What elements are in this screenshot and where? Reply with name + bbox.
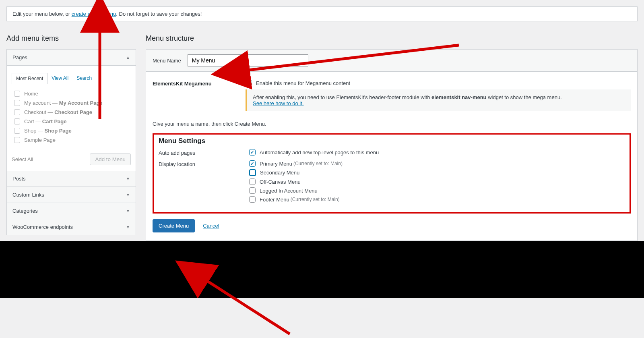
select-all-link[interactable]: Select All [12, 156, 33, 162]
pages-accordion-head[interactable]: Pages ▲ [7, 50, 136, 66]
checkbox-icon[interactable] [14, 109, 20, 115]
notice-text-post: . Do not forget to save your changes! [116, 11, 202, 17]
pages-list: Home My account — My Account Page Checko… [12, 84, 131, 149]
checkbox-icon[interactable] [249, 187, 256, 194]
list-item[interactable]: Sample Page [14, 135, 128, 145]
caret-down-icon: ▼ [126, 209, 130, 213]
checkbox-icon[interactable] [14, 118, 20, 124]
checkbox-checked-icon[interactable] [249, 160, 256, 167]
checkbox-icon[interactable] [14, 128, 20, 134]
list-item[interactable]: My account — My Account Page [14, 98, 128, 108]
checkbox-icon[interactable] [249, 196, 256, 203]
enable-megamenu-checkbox[interactable]: Enable this menu for Megamenu content [246, 80, 631, 86]
auto-add-checkbox[interactable]: Automatically add new top-level pages to… [249, 149, 379, 156]
bottom-black-bar [0, 241, 644, 298]
add-menu-accordion: Pages ▲ Most Recent View All Search Home… [6, 49, 136, 235]
menu-structure-panel: Menu Name ElementsKit Megamenu Enable th… [146, 49, 638, 241]
caret-down-icon: ▼ [126, 176, 130, 181]
menu-settings-title: Menu Settings [159, 137, 625, 145]
add-to-menu-button[interactable]: Add to Menu [90, 153, 131, 165]
tab-search[interactable]: Search [72, 73, 96, 84]
posts-accordion-head[interactable]: Posts▼ [7, 171, 136, 187]
checkbox-focused-icon[interactable] [249, 169, 256, 176]
pages-accordion-label: Pages [12, 54, 27, 60]
menu-settings-highlight: Menu Settings Auto add pages Automatical… [153, 133, 631, 214]
secondary-menu-checkbox[interactable]: Secondary Menu [249, 169, 343, 176]
list-item[interactable]: Shop — Shop Page [14, 126, 128, 135]
list-item[interactable]: Home [14, 89, 128, 98]
menu-name-input[interactable] [188, 54, 308, 66]
menu-structure-title: Menu structure [146, 34, 638, 43]
list-item[interactable]: Checkout — Checkout Page [14, 108, 128, 117]
categories-accordion-head[interactable]: Categories▼ [7, 203, 136, 219]
display-location-label: Display location [159, 160, 249, 167]
notice-text-pre: Edit your menu below, or [12, 11, 72, 17]
caret-down-icon: ▼ [126, 225, 130, 229]
caret-up-icon: ▲ [126, 55, 130, 60]
list-item[interactable]: Cart — Cart Page [14, 117, 128, 126]
menu-panel-header: Menu Name [146, 50, 637, 72]
checkbox-icon[interactable] [246, 80, 252, 86]
tab-most-recent[interactable]: Most Recent [12, 73, 47, 84]
checkbox-icon[interactable] [14, 137, 20, 143]
auto-add-label: Auto add pages [159, 149, 249, 156]
caret-down-icon: ▼ [126, 193, 130, 197]
create-menu-hint: Give your menu a name, then click Create… [153, 121, 631, 127]
create-menu-button[interactable]: Create Menu [153, 219, 195, 232]
pages-accordion-body: Most Recent View All Search Home My acco… [7, 66, 136, 171]
megamenu-label: ElementsKit Megamenu [153, 80, 239, 87]
offcanvas-menu-checkbox[interactable]: Off-Canvas Menu [249, 178, 343, 185]
pages-tabs: Most Recent View All Search [12, 73, 131, 84]
add-menu-items-title: Add menu items [6, 34, 136, 43]
checkbox-checked-icon[interactable] [249, 149, 256, 156]
primary-menu-checkbox[interactable]: Primary Menu(Currently set to: Main) [249, 160, 343, 167]
megamenu-info-notice: After enabling this, you need to use Ele… [246, 89, 631, 111]
checkbox-icon[interactable] [14, 100, 20, 106]
edit-menu-notice: Edit your menu below, or create a new me… [6, 6, 638, 21]
cancel-link[interactable]: Cancel [203, 223, 219, 229]
create-new-menu-link[interactable]: create a new menu [72, 11, 116, 17]
woocommerce-accordion-head[interactable]: WooCommerce endpoints▼ [7, 219, 136, 235]
footer-menu-checkbox[interactable]: Footer Menu(Currently set to: Main) [249, 196, 343, 203]
megamenu-info-link[interactable]: See here how to do it. [253, 100, 303, 106]
tab-view-all[interactable]: View All [47, 73, 72, 84]
custom-links-accordion-head[interactable]: Custom Links▼ [7, 187, 136, 203]
menu-name-label: Menu Name [153, 58, 181, 64]
checkbox-icon[interactable] [14, 91, 20, 97]
logged-in-menu-checkbox[interactable]: Logged In Account Menu [249, 187, 343, 194]
checkbox-icon[interactable] [249, 178, 256, 185]
